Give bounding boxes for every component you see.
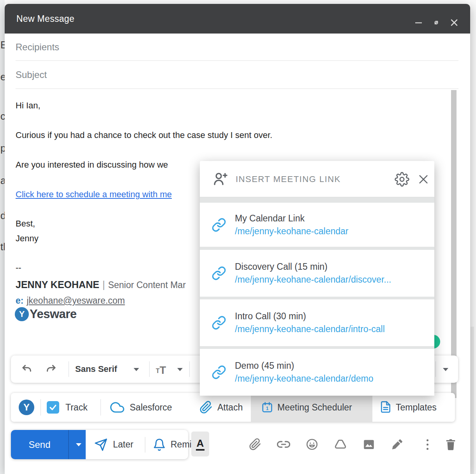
close-compose-button[interactable] (446, 15, 462, 30)
background-scrollbar (471, 327, 474, 474)
minimize-button[interactable] (411, 15, 426, 30)
redo-button[interactable] (44, 362, 58, 376)
yesware-logo-icon: Y (19, 400, 34, 415)
compose-titlebar: New Message (5, 4, 470, 34)
send-button[interactable]: Send (11, 430, 86, 459)
signature-separator: | (99, 279, 108, 290)
background-text-fragment: e (0, 71, 5, 83)
body-line[interactable]: Are you interested in discussing how we (16, 160, 168, 170)
chain-link-icon (212, 266, 226, 281)
undo-icon (21, 363, 33, 375)
background-page-left-edge: E e c p a d tl (0, 0, 5, 474)
chain-link-icon (212, 365, 226, 380)
signature-pen-button[interactable] (390, 437, 405, 452)
chain-link-icon (212, 218, 226, 232)
field-divider (16, 88, 458, 89)
paperclip-icon (199, 401, 213, 414)
paper-plane-icon (94, 438, 108, 451)
recipients-field[interactable]: Recipients (5, 34, 470, 61)
expand-icon (431, 18, 441, 28)
background-text-fragment: p (0, 142, 5, 154)
insert-meeting-link-popup: INSERT MEETING LINK My Calendar Link /me… (200, 161, 434, 396)
body-closing[interactable]: Jenny (16, 233, 39, 244)
large-t-glyph: T (160, 366, 166, 375)
meeting-link-url: /me/jenny-keohane-calendar/demo (235, 372, 373, 385)
meeting-link-item[interactable]: Intro Call (30 min) /me/jenny-keohane-ca… (200, 299, 434, 346)
insert-link-button[interactable] (276, 437, 291, 452)
font-size-caret[interactable] (176, 368, 184, 371)
font-size-button[interactable]: TT (156, 356, 166, 383)
text-color-button[interactable]: A (191, 432, 209, 456)
insert-photo-button[interactable] (361, 437, 377, 452)
subject-placeholder: Subject (16, 61, 47, 89)
toolbar-divider (69, 361, 69, 377)
popup-close-button[interactable] (416, 172, 430, 186)
yesware-logo-icon: Y (15, 307, 29, 321)
person-add-icon (212, 171, 229, 187)
meeting-settings-button[interactable] (394, 171, 410, 187)
image-icon (362, 438, 376, 451)
insert-emoji-button[interactable] (304, 437, 320, 452)
templates-label: Templates (396, 393, 437, 422)
meeting-link-label: Discovery Call (15 min) (235, 260, 391, 273)
undo-button[interactable] (19, 362, 34, 376)
meeting-link-label: My Calendar Link (235, 212, 349, 225)
more-options-button[interactable] (423, 437, 432, 452)
drive-icon (334, 438, 347, 451)
expand-button[interactable] (428, 15, 444, 30)
meeting-link-item[interactable]: Discovery Call (15 min) /me/jenny-keohan… (200, 250, 434, 297)
meeting-link-item[interactable]: Demo (45 min) /me/jenny-keohane-calendar… (200, 349, 434, 396)
email-label: e: (16, 295, 23, 306)
discard-draft-button[interactable] (443, 437, 458, 452)
window-title: New Message (16, 4, 74, 34)
popup-title: INSERT MEETING LINK (236, 161, 341, 197)
meeting-link-url: /me/jenny-keohane-calendar/intro-call (235, 323, 385, 336)
meeting-link-label: Demo (45 min) (235, 359, 373, 372)
close-icon (417, 173, 430, 186)
emoji-icon (305, 438, 319, 451)
yesware-menu-button[interactable]: Y (19, 400, 34, 415)
small-t-glyph: T (156, 368, 160, 375)
chain-link-icon (212, 315, 226, 330)
background-text-fragment: c (0, 110, 5, 122)
body-line[interactable]: Curious if you had a chance to check out… (16, 130, 272, 140)
signature-job-title: Senior Content Mar (108, 280, 185, 290)
send-bar: Send Later Remind (11, 430, 188, 459)
body-closing[interactable]: Best, (16, 219, 35, 229)
chevron-down-icon (443, 368, 448, 371)
later-label: Later (113, 430, 133, 459)
meeting-link-url: /me/jenny-keohane-calendar (235, 225, 349, 238)
attach-label: Attach (217, 393, 243, 422)
schedule-meeting-link[interactable]: Click here to schedule a meeting with me (16, 189, 172, 199)
checkmark-icon (49, 403, 57, 412)
cloud-icon (109, 400, 125, 414)
email-address-link[interactable]: jkeohane@yesware.com (26, 295, 125, 306)
dots-vertical-icon (427, 439, 428, 441)
send-options-caret[interactable] (72, 443, 86, 446)
background-text-fragment: a (0, 175, 5, 187)
font-family-caret[interactable] (132, 368, 140, 371)
recipients-placeholder: Recipients (16, 34, 59, 61)
attach-file-button[interactable] (247, 437, 263, 452)
signature-divider: -- (16, 263, 21, 273)
send-split-divider (68, 430, 69, 459)
font-family-selector[interactable]: Sans Serif (75, 356, 117, 383)
meeting-link-item[interactable]: My Calendar Link /me/jenny-keohane-calen… (200, 203, 434, 247)
toolbar-divider (100, 399, 101, 416)
link-icon (277, 438, 290, 451)
track-checkbox-checked[interactable] (47, 401, 59, 414)
popup-header: INSERT MEETING LINK (200, 161, 434, 197)
body-scrollbar[interactable] (451, 90, 457, 398)
yesware-wordmark: Yesware (30, 307, 77, 321)
redo-icon (45, 363, 57, 375)
subject-field[interactable]: Subject (5, 61, 470, 89)
track-label: Track (65, 393, 88, 422)
background-text-fragment: tl (0, 241, 5, 253)
svg-text:1: 1 (266, 406, 269, 411)
trash-icon (444, 437, 458, 451)
toolbar-divider (435, 361, 436, 377)
body-greeting[interactable]: Hi Ian, (16, 101, 41, 111)
signature-email-line: e:jkeohane@yesware.com (16, 295, 125, 306)
insert-from-drive-button[interactable] (333, 437, 348, 452)
more-formatting-caret[interactable] (441, 368, 450, 371)
